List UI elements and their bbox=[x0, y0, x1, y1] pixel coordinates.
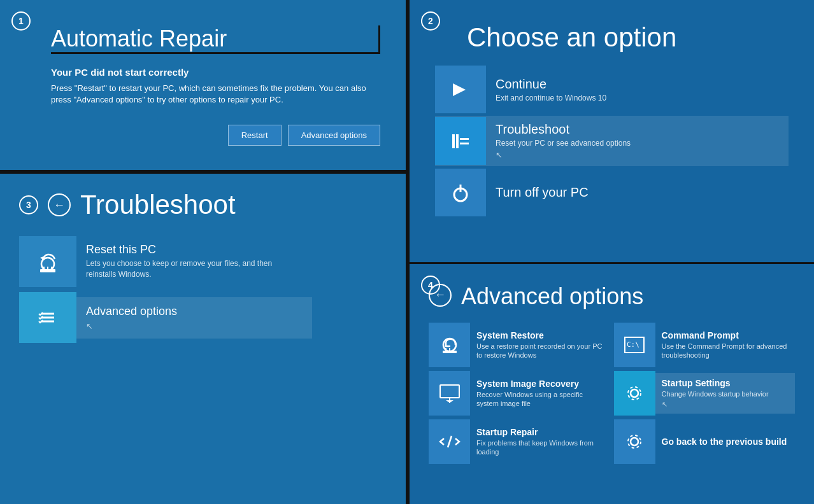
troubleshoot-title: Troubleshoot bbox=[80, 190, 236, 220]
system-restore-label: System Restore bbox=[476, 330, 604, 340]
reset-icon bbox=[19, 236, 76, 287]
svg-rect-3 bbox=[460, 138, 469, 140]
option-turn-off[interactable]: Turn off your PC bbox=[435, 169, 789, 216]
continue-desc: Exit and continue to Windows 10 bbox=[496, 94, 779, 102]
advanced-options-button-1[interactable]: Advanced options bbox=[288, 125, 380, 146]
panel-troubleshoot: 3 ← Troubleshoot Reset this PC Lets you … bbox=[0, 172, 408, 504]
svg-rect-2 bbox=[456, 134, 459, 148]
svg-marker-15 bbox=[446, 400, 453, 403]
svg-point-19 bbox=[631, 438, 638, 445]
troubleshoot-desc: Reset your PC or see advanced options bbox=[496, 139, 779, 148]
option-advanced-options-3[interactable]: Advanced options ↖ bbox=[19, 292, 312, 343]
turn-off-label: Turn off your PC bbox=[496, 185, 779, 200]
option-startup-repair[interactable]: Startup Repair Fix problems that keep Wi… bbox=[429, 419, 610, 464]
settings-icon bbox=[614, 371, 655, 416]
troubleshoot-options: Reset this PC Lets you choose to keep or… bbox=[19, 236, 387, 343]
system-restore-desc: Use a restore point recorded on your PC … bbox=[476, 342, 604, 360]
option-system-image[interactable]: System Image Recovery Recover Windows us… bbox=[429, 371, 610, 416]
step-badge-4: 4 bbox=[421, 276, 440, 295]
reset-pc-label: Reset this PC bbox=[86, 243, 303, 256]
option-continue[interactable]: Continue Exit and continue to Windows 10 bbox=[435, 66, 789, 113]
option-reset-pc[interactable]: Reset this PC Lets you choose to keep or… bbox=[19, 236, 312, 287]
automatic-repair-subtitle: Your PC did not start correctly bbox=[51, 67, 380, 78]
reset-pc-desc: Lets you choose to keep or remove your f… bbox=[86, 258, 303, 280]
svg-marker-0 bbox=[453, 83, 466, 96]
svg-rect-4 bbox=[460, 143, 469, 144]
startup-settings-desc: Change Windows startup behavior bbox=[662, 389, 789, 398]
step-badge-2: 2 bbox=[421, 11, 440, 31]
right-column: 2 Choose an option Continue Exit and con… bbox=[408, 0, 814, 504]
startup-settings-label: Startup Settings bbox=[662, 378, 789, 388]
continue-label: Continue bbox=[496, 77, 779, 92]
option-command-prompt[interactable]: C:\ Command Prompt Use the Command Promp… bbox=[614, 323, 796, 367]
image-recovery-icon bbox=[429, 371, 470, 416]
svg-line-18 bbox=[448, 436, 452, 447]
svg-text:C:\: C:\ bbox=[627, 340, 639, 349]
advanced-options-title: Advanced options bbox=[461, 283, 643, 310]
settings2-icon bbox=[614, 419, 655, 464]
svg-rect-13 bbox=[440, 385, 459, 398]
power-icon bbox=[435, 169, 486, 216]
system-image-label: System Image Recovery bbox=[476, 379, 604, 389]
option-system-restore[interactable]: System Restore Use a restore point recor… bbox=[429, 323, 610, 367]
choose-option-list: Continue Exit and continue to Windows 10… bbox=[435, 66, 789, 216]
svg-point-16 bbox=[631, 389, 638, 397]
startup-repair-label: Startup Repair bbox=[476, 427, 604, 437]
system-image-desc: Recover Windows using a specific system … bbox=[476, 390, 604, 409]
panel-choose-option: 2 Choose an option Continue Exit and con… bbox=[410, 0, 814, 264]
option-startup-settings[interactable]: Startup Settings Change Windows startup … bbox=[614, 371, 796, 416]
wrench-icon bbox=[435, 117, 486, 165]
choose-option-title: Choose an option bbox=[467, 22, 676, 53]
go-back-label: Go back to the previous build bbox=[662, 437, 787, 447]
cmd-icon: C:\ bbox=[614, 323, 655, 367]
step-badge-3: 3 bbox=[19, 195, 38, 214]
svg-rect-23 bbox=[40, 269, 55, 272]
option-troubleshoot[interactable]: Troubleshoot Reset your PC or see advanc… bbox=[435, 116, 789, 166]
command-prompt-label: Command Prompt bbox=[662, 330, 789, 340]
checklist-icon bbox=[19, 292, 76, 343]
advanced-options-3-label: Advanced options bbox=[86, 305, 303, 318]
arrow-right-icon bbox=[435, 66, 486, 113]
startup-repair-desc: Fix problems that keep Windows from load… bbox=[476, 438, 604, 457]
svg-rect-1 bbox=[452, 134, 455, 148]
automatic-repair-title: Automatic Repair bbox=[51, 25, 380, 54]
panel-advanced-options: 4 ← Advanced options System bbox=[410, 264, 814, 504]
command-prompt-desc: Use the Command Prompt for advanced trou… bbox=[662, 342, 789, 360]
back-arrow-3[interactable]: ← bbox=[48, 193, 71, 216]
restart-button[interactable]: Restart bbox=[228, 125, 282, 146]
advanced-options-grid: System Restore Use a restore point recor… bbox=[429, 323, 795, 464]
restore-icon bbox=[429, 323, 470, 367]
svg-rect-8 bbox=[443, 351, 457, 353]
option-go-back[interactable]: Go back to the previous build bbox=[614, 419, 796, 464]
panel-automatic-repair: 1 Automatic Repair Your PC did not start… bbox=[0, 0, 408, 172]
code-icon bbox=[429, 419, 470, 464]
automatic-repair-desc: Press "Restart" to restart your PC, whic… bbox=[51, 83, 380, 106]
step-badge-1: 1 bbox=[11, 11, 31, 31]
troubleshoot-label: Troubleshoot bbox=[496, 122, 779, 137]
